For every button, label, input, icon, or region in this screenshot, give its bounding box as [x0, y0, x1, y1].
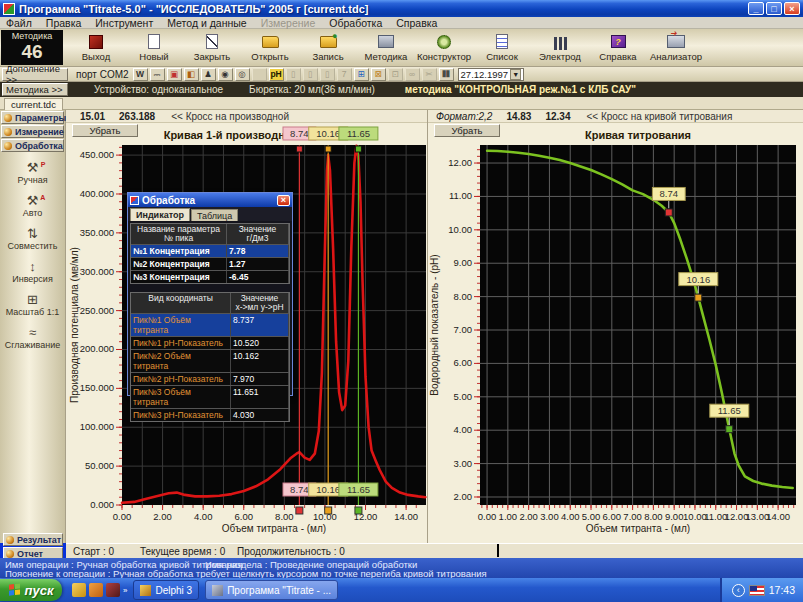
menu-processing[interactable]: Обработка	[329, 17, 382, 29]
close-button[interactable]: ×	[784, 2, 800, 15]
tab-table[interactable]: Таблица	[191, 209, 238, 221]
methodic-button[interactable]: Методика	[357, 29, 415, 66]
date-value: 27.12.1997	[461, 69, 509, 80]
chevron-down-icon[interactable]: ▼	[510, 69, 521, 80]
table-row[interactable]: Пик№3 рН-Показатель4.030	[131, 409, 289, 421]
smoothing-icon: ≈	[29, 326, 36, 340]
camera-icon-2[interactable]: ◎	[235, 68, 250, 81]
menu-method-data[interactable]: Метод и данные	[167, 17, 246, 29]
svg-text:11.65: 11.65	[347, 128, 370, 139]
print-icon[interactable]: ⎓	[150, 68, 165, 81]
table-row[interactable]: Пик№2 Объём титранта10.162	[131, 350, 289, 373]
constructor-button[interactable]: Конструктор	[415, 29, 473, 66]
quicklaunch-icon-3[interactable]	[106, 583, 120, 597]
measurement-status-row: Старт : 0 Текущее время : 0 Продолжитель…	[66, 543, 803, 558]
chevron-right-icon[interactable]: »	[123, 586, 127, 595]
svg-text:2.00: 2.00	[519, 511, 538, 522]
save-folder-icon	[317, 33, 339, 50]
dopolnenie-button[interactable]: Дополнение >>	[2, 68, 68, 81]
help-button[interactable]: ?Справка	[589, 29, 647, 66]
save-button[interactable]: Запись	[299, 29, 357, 66]
dialog-tabs: Индикатор Таблица	[128, 207, 292, 221]
maximize-button[interactable]: □	[766, 2, 782, 15]
processing-dialog: Обработка × Индикатор Таблица Название п…	[127, 192, 293, 396]
tool-smoothing[interactable]: ≈Сглаживание	[0, 326, 65, 350]
quicklaunch-icon-2[interactable]	[89, 583, 103, 597]
svg-text:2.00: 2.00	[153, 511, 172, 522]
table-row[interactable]: Пик№2 рН-Показатель7.970	[131, 373, 289, 386]
table-row[interactable]: Пик№3 Объём титранта11.651	[131, 386, 289, 409]
result-button[interactable]: Результат	[3, 533, 63, 546]
open-button[interactable]: Открыть	[241, 29, 299, 66]
keyboard-layout-flag-icon[interactable]	[749, 585, 765, 596]
tool-combine[interactable]: ⇅Совместить	[0, 227, 65, 251]
analyzer-button[interactable]: Анализатор	[647, 29, 705, 66]
menu-help[interactable]: Справка	[396, 17, 437, 29]
image-icon[interactable]: ▣	[167, 68, 182, 81]
table-row[interactable]: №2 Концентрация1.27	[131, 258, 289, 271]
list-button[interactable]: Список	[473, 29, 531, 66]
bars-icon[interactable]: ⦀⦀	[439, 68, 454, 81]
archive-icon[interactable]: ◧	[184, 68, 199, 81]
svg-text:4.00: 4.00	[454, 424, 473, 435]
svg-text:6.00: 6.00	[603, 511, 622, 522]
table-row[interactable]: Пик№1 Объём титранта8.737	[131, 314, 289, 337]
minimize-button[interactable]: _	[748, 2, 764, 15]
svg-text:Объем титранта - (мл): Объем титранта - (мл)	[222, 523, 326, 534]
menu-edit[interactable]: Правка	[46, 17, 81, 29]
app-icon	[3, 3, 15, 15]
methodic-number-box: Методика 46	[1, 30, 63, 65]
menu-tool[interactable]: Инструмент	[95, 17, 153, 29]
close-file-icon	[201, 33, 223, 50]
grid-icon[interactable]: ⊞	[354, 68, 369, 81]
dialog-title-bar[interactable]: Обработка ×	[128, 193, 292, 207]
quicklaunch-icon-1[interactable]	[72, 583, 86, 597]
sidebar-tab-processing[interactable]: Обработка	[1, 139, 64, 152]
svg-text:7.00: 7.00	[454, 324, 473, 335]
w-icon[interactable]: W	[133, 68, 148, 81]
svg-text:200.000: 200.000	[80, 343, 114, 354]
cut-icon: ✂	[422, 68, 437, 81]
dialog-close-icon[interactable]: ×	[277, 195, 290, 206]
table-row[interactable]: №3 Концентрация-6.45	[131, 271, 289, 283]
menu-file[interactable]: Файл	[6, 17, 32, 29]
link-icon: ∞	[405, 68, 420, 81]
task-titrate[interactable]: Программа "Titrate - ...	[205, 580, 338, 600]
table-row[interactable]: №1 Концентрация7.78	[131, 245, 289, 258]
tool-manual[interactable]: ⚒РРучная	[0, 161, 65, 185]
grid-icon-2[interactable]: ⊠	[371, 68, 386, 81]
electrode-button[interactable]: Электрод	[531, 29, 589, 66]
document-tab[interactable]: current.tdc	[4, 98, 63, 110]
text-cursor	[497, 544, 499, 557]
svg-text:9.00: 9.00	[665, 511, 684, 522]
svg-text:Объем титранта - (мл): Объем титранта - (мл)	[586, 523, 690, 534]
new-button[interactable]: Новый	[125, 29, 183, 66]
methodika-button[interactable]: Методика >>	[2, 83, 68, 96]
tool-inversion[interactable]: ↕Инверсия	[0, 260, 65, 284]
tool-auto[interactable]: ⚒ААвто	[0, 194, 65, 218]
exit-button[interactable]: Выход	[67, 29, 125, 66]
svg-text:2.00: 2.00	[454, 491, 473, 502]
cross-mode-label: << Кросс на кривой титрования	[586, 111, 732, 122]
tab-indicator[interactable]: Индикатор	[130, 208, 190, 221]
date-picker[interactable]: 27.12.1997 ▼	[458, 68, 525, 81]
collapse-tray-icon[interactable]: ‹	[732, 584, 745, 597]
titration-chart-svg[interactable]: 0.001.002.003.004.005.006.007.008.009.00…	[428, 122, 803, 542]
task-delphi[interactable]: Delphi 3	[133, 580, 199, 600]
contact-icon[interactable]: ♟	[201, 68, 216, 81]
ph-toggle[interactable]: pH	[269, 68, 284, 81]
sidebar-tab-parameters[interactable]: Параметры	[1, 111, 64, 124]
close-file-button[interactable]: Закрыть	[183, 29, 241, 66]
svg-text:8.00: 8.00	[454, 291, 473, 302]
svg-text:9.00: 9.00	[454, 257, 473, 268]
tool-scale[interactable]: ⊞Масштаб 1:1	[0, 293, 65, 317]
methodic-number: 46	[1, 41, 63, 63]
scale-icon: ⊞	[27, 293, 38, 307]
derivative-panel: 15.01 263.188 << Кросс на производной Уб…	[66, 110, 428, 543]
camera-icon[interactable]: ◉	[218, 68, 233, 81]
delphi-icon	[140, 585, 151, 596]
table-row[interactable]: Пик№1 рН-Показатель10.520	[131, 337, 289, 350]
start-button[interactable]: пуск	[0, 579, 62, 601]
dialog-title: Обработка	[142, 195, 274, 206]
sidebar-tab-measurement[interactable]: Измерение	[1, 125, 64, 138]
